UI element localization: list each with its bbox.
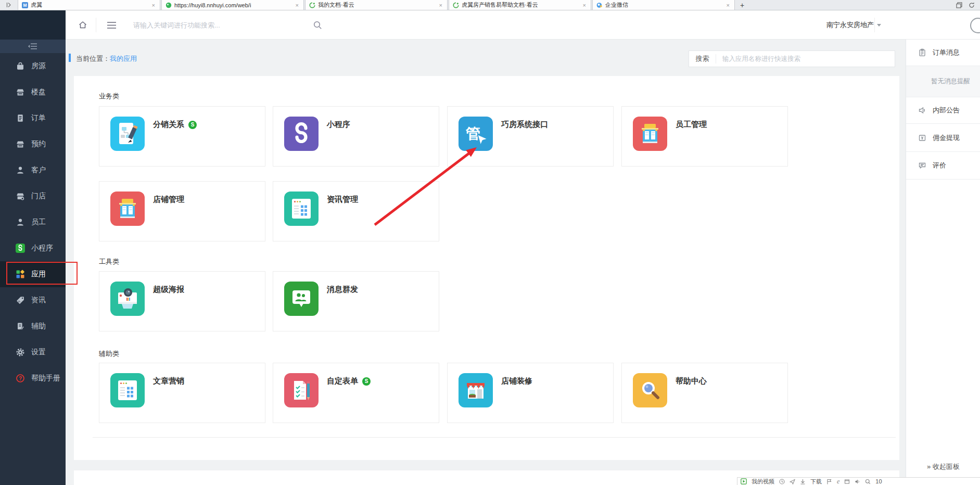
app-search-input[interactable] [716,55,895,62]
browser-logo-icon[interactable]: e [837,478,839,485]
tab-close-icon[interactable]: × [438,2,443,8]
sidebar-item-staff[interactable]: 员工 [0,209,66,235]
svg-text:?: ? [19,376,22,381]
tab-close-icon[interactable]: × [151,2,156,8]
refresh-icon[interactable] [969,2,975,8]
tab-close-icon[interactable]: × [726,2,731,8]
zoom-level-text[interactable]: 10 [875,478,882,484]
header-divider [874,18,875,32]
app-card-article-marketing[interactable]: 文章营销 [99,363,265,423]
browser-tab-url[interactable]: https://huyi8.nnhuyi.com/web/i × [161,0,304,10]
person-icon [16,165,25,175]
app-card-group-message[interactable]: 消息群发 [273,271,439,331]
app-name: 分销关系 [153,120,184,129]
sidebar-item-news[interactable]: 资讯 [0,287,66,313]
app-card-news-management[interactable]: 资讯管理 [273,181,439,241]
send-icon[interactable] [790,479,795,484]
sidebar-item-orders[interactable]: 订单 [0,105,66,131]
app-name: 店铺管理 [153,195,184,203]
sidebar-item-assist[interactable]: 辅助 [0,313,66,339]
sidebar-item-customers[interactable]: 客户 [0,157,66,183]
panel-item-label: 评价 [933,161,946,170]
download-arrow-icon[interactable] [800,479,806,484]
company-dropdown[interactable]: 南宁永安房地产 [826,10,881,40]
tab-strip-expand-icon[interactable] [0,0,18,10]
group-message-icon [284,282,319,316]
panel-item-label: 佣金提现 [933,133,960,143]
sidebar-collapse-button[interactable] [0,40,66,53]
sidebar-item-stores[interactable]: 门店 [0,183,66,209]
speaker-icon[interactable] [855,479,860,484]
sidebar-item-buildings[interactable]: 楼盘 [0,79,66,105]
sidebar-item-appointments[interactable]: 预约 [0,131,66,157]
news-grid-icon [284,192,319,226]
chevron-down-icon [877,24,881,27]
panel-item-order-messages[interactable]: 订单消息 [906,40,980,66]
browser-tab-helpdocs[interactable]: 虎翼房产销售易帮助文档·看云 × [449,0,591,10]
app-card-custom-form[interactable]: 自定表单S [273,363,439,423]
browser-tab-mydocs[interactable]: 我的文档·看云 × [305,0,448,10]
app-name: 店铺装修 [501,376,532,385]
download-label[interactable]: 下载 [810,478,822,485]
tab-close-icon[interactable]: × [295,2,300,8]
header-divider [96,18,96,32]
flowchart-pencil-icon [110,117,145,151]
storefront-icon [16,139,25,149]
browser-tab-wework[interactable]: 企业微信 × [592,0,735,10]
collapse-panel-button[interactable]: » 收起面板 [927,462,960,471]
app-card-super-poster[interactable]: 超级海报 [99,271,265,331]
sidebar: 房源 楼盘 订单 预约 客户 门店 员工 小程序 [0,10,66,485]
panel-item-announcements[interactable]: 内部公告 [906,97,980,124]
sidebar-item-miniprogram[interactable]: 小程序 [0,235,66,261]
video-play-icon[interactable] [741,478,747,484]
panel-item-label: 订单消息 [933,48,960,57]
browser-tab-huyi[interactable]: M 虎翼 × [18,0,160,10]
app-name: 超级海报 [153,285,184,293]
breadcrumb-label: 当前位置： [76,55,110,62]
app-name: 资讯管理 [327,195,358,203]
awning-store-icon [459,373,493,407]
section-title-business: 业务类 [99,92,119,101]
app-name: 消息群发 [327,285,358,293]
window-stack-icon[interactable] [956,2,962,8]
app-card-miniprogram[interactable]: 小程序 [273,106,439,167]
breadcrumb-current-link[interactable]: 我的应用 [110,55,137,62]
svg-text:管: 管 [465,125,480,142]
app-search-button[interactable]: 搜索 [689,54,716,63]
sidebar-item-housing[interactable]: 房源 [0,53,66,79]
comment-icon [918,161,926,170]
my-videos-label[interactable]: 我的视频 [752,478,774,485]
panel-item-reviews[interactable]: 评价 [906,152,980,180]
sidebar-item-settings[interactable]: 设置 [0,339,66,365]
global-search-input[interactable] [133,19,310,31]
bag-icon [16,61,25,71]
app-search-box: 搜索 [689,50,895,67]
panel-item-commission-withdraw[interactable]: 佣金提现 [906,124,980,152]
app-card-help-center[interactable]: 帮助中心 [621,363,788,423]
sidebar-item-apps[interactable]: 应用 [0,261,66,287]
window-icon[interactable] [844,479,850,484]
flag-icon[interactable] [826,479,832,484]
magnifier-icon[interactable] [865,479,871,484]
home-button[interactable] [78,10,87,40]
app-card-distribution[interactable]: 分销关系S [99,106,265,167]
sidebar-item-help-manual[interactable]: ? 帮助手册 [0,365,66,391]
home-icon [78,20,87,30]
browser-tab-bar: M 虎翼 × https://huyi8.nnhuyi.com/web/i × … [0,0,980,10]
app-card-qiaofang-api[interactable]: 管 巧房系统接口 [447,106,614,167]
help-question-icon: ? [16,374,25,383]
avatar[interactable] [970,18,980,33]
m-favicon-icon: M [22,2,28,8]
tab-close-icon[interactable]: × [582,2,587,8]
tab-title: 企业微信 [605,1,723,9]
app-card-shop-management[interactable]: 店铺管理 [99,181,265,241]
app-card-shop-decoration[interactable]: 店铺装修 [447,363,614,423]
global-search-button[interactable] [313,10,322,40]
sidebar-item-label: 订单 [31,113,46,123]
clock-icon[interactable] [779,479,785,484]
section-title-tools: 工具类 [99,257,119,266]
sidebar-item-label: 房源 [31,61,46,71]
new-tab-button[interactable]: + [736,0,748,10]
app-card-staff-management[interactable]: 员工管理 [621,106,788,167]
menu-toggle-button[interactable] [107,10,116,40]
